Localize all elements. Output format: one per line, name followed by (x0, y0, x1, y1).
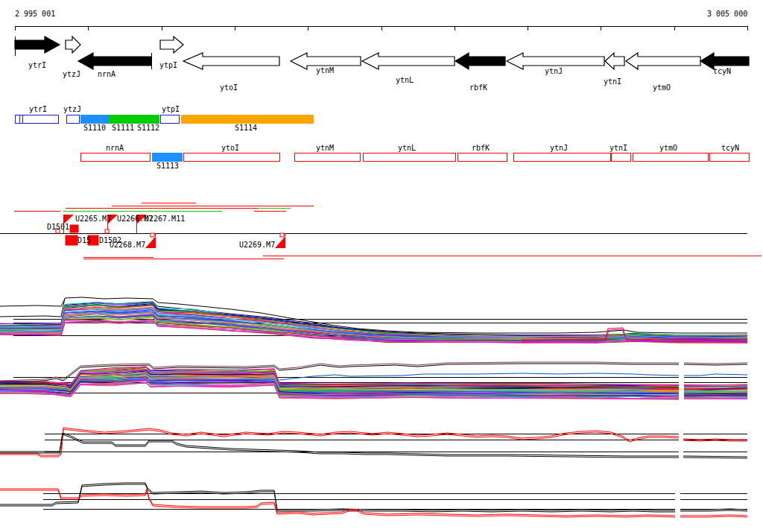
gene-label-tcyN: tcyN (713, 68, 731, 75)
gene-arrow-ytmO[interactable] (626, 53, 700, 69)
annotation-label-U2265.M7: U2265.M7 (75, 215, 111, 223)
row2-segment-nrnA[interactable] (80, 153, 151, 162)
row2-segment-rbfK[interactable] (458, 153, 507, 162)
segment-label-ytzJ: ytzJ (63, 106, 81, 113)
segment-label-ytmO: ytmO (659, 145, 677, 152)
gene-label-ytpI: ytpI (159, 62, 177, 69)
segment-label-ytnM: ytnM (316, 145, 334, 152)
gene-label-ytnI: ytnI (604, 78, 621, 86)
flag-pennant (145, 236, 156, 248)
flag-pennant (275, 236, 285, 248)
annotation-label-D15: D15 (77, 237, 91, 244)
row2-segment-ytnM[interactable] (294, 153, 361, 162)
missing-data-gap (675, 474, 680, 532)
series-line (279, 373, 747, 380)
gene-arrow-rbfK[interactable] (455, 53, 505, 69)
gene-label-ytoI: ytoI (220, 84, 238, 92)
gene-arrow-ytnI[interactable] (605, 53, 624, 69)
segment-label-nrnA: nrnA (106, 145, 124, 152)
segment-label-S1110: S1110 (83, 124, 106, 132)
gene-arrow-ytnL[interactable] (362, 53, 455, 69)
series-line (0, 433, 747, 457)
gene-arrow-shape (15, 37, 60, 53)
segment-label-S1112: S1112 (137, 124, 159, 132)
row2-segment-ytmO[interactable] (633, 153, 709, 162)
gene-label-ytnL: ytnL (396, 77, 414, 84)
flag-anchor (280, 233, 284, 237)
segment-divider (22, 115, 23, 123)
annotation-label-D1501: D1501 (47, 224, 69, 231)
gene-arrow-ytoI[interactable] (183, 53, 279, 69)
segment-label-ytoI: ytoI (221, 145, 239, 152)
probe-flag-U2268.M7[interactable] (145, 233, 156, 248)
gene-label-ytnM: ytnM (316, 67, 334, 75)
row2-segment-tcyN[interactable] (709, 153, 750, 162)
segment-label-ytnL: ytnL (398, 145, 416, 152)
row2-segment-ytnJ[interactable] (513, 153, 611, 162)
row1-segment-S1111-S1112[interactable] (109, 115, 159, 124)
gene-arrow-shape (605, 53, 624, 69)
missing-data-gap (679, 414, 683, 469)
segment-divider (19, 115, 20, 123)
gene-arrow-shape (160, 37, 183, 53)
row1-segment-ytzJ[interactable] (66, 115, 80, 124)
segment-label-ytnJ: ytnJ (550, 145, 568, 152)
probe-flag-U2269.M7[interactable] (275, 233, 285, 248)
annotation-label-U2269.M7: U2269.M7 (239, 241, 275, 249)
gene-arrow-shape (66, 37, 80, 53)
series-line (0, 484, 747, 512)
segment-label-S1114: S1114 (235, 124, 257, 132)
gene-arrow-ytzJ[interactable] (66, 37, 80, 53)
filled-marker[interactable] (66, 235, 77, 245)
gene-arrow-shape (626, 53, 700, 69)
series-line (0, 297, 747, 333)
segment-label-ytrI: ytrI (29, 106, 47, 113)
gene-arrow-shape (78, 53, 151, 69)
segment-label-ytpI: ytpI (162, 106, 180, 113)
expression-track-2 (0, 355, 747, 410)
graphics-canvas (0, 0, 763, 532)
probe-annotation-track (0, 203, 762, 259)
row1-segment-ytpI[interactable] (160, 115, 180, 124)
segment-label-S1111: S1111 (112, 124, 134, 132)
segment-label-tcyN: tcyN (721, 145, 739, 152)
open-marker[interactable] (105, 229, 109, 233)
row2-segment-S1113[interactable] (152, 153, 183, 162)
gene-arrow-ytrI[interactable] (15, 37, 60, 56)
row1-segment-S1110[interactable] (80, 115, 109, 124)
row2-segment-ytnL[interactable] (363, 153, 456, 162)
segment-label-S1113: S1113 (156, 162, 179, 170)
expression-track-3 (0, 414, 747, 469)
annotation-label-U2267.M11: U2267.M11 (145, 215, 185, 223)
gene-label-ytrI: ytrI (28, 62, 46, 69)
expression-track-4 (0, 474, 747, 532)
gene-arrow-ytpI[interactable] (160, 37, 183, 53)
segment-label-ytnI: ytnI (610, 145, 627, 152)
annotation-label-U2268.M7: U2268.M7 (110, 241, 145, 249)
gene-label-rbfK: rbfK (469, 84, 487, 92)
gene-arrow-shape (183, 53, 279, 69)
filled-marker[interactable] (70, 225, 78, 232)
flag-anchor (151, 233, 154, 237)
series-line (0, 489, 747, 516)
gene-label-nrnA: nrnA (98, 71, 115, 78)
ruler (15, 26, 748, 31)
expression-track-1 (0, 297, 747, 343)
row1-segment-ytrI[interactable] (15, 115, 59, 124)
missing-data-gap (679, 355, 684, 410)
gene-label-ytzJ: ytzJ (63, 71, 80, 78)
gene-arrow-shape (455, 53, 505, 69)
series-line (0, 483, 747, 510)
gene-arrow-nrnA[interactable] (78, 53, 152, 69)
series-line (0, 434, 747, 458)
gene-label-ytnJ: ytnJ (545, 68, 563, 75)
gene-label-ytmO: ytmO (653, 84, 671, 92)
segment-label-rbfK: rbfK (472, 145, 490, 152)
gene-arrow-shape (362, 53, 455, 69)
series-line (0, 428, 747, 455)
row1-segment-S1114[interactable] (181, 115, 314, 124)
genome-browser: 2 995 001 3 005 000 ytrIytzJnrnAytpIytoI… (0, 0, 763, 532)
row2-segment-ytoI[interactable] (183, 153, 280, 162)
row2-segment-ytnI[interactable] (611, 153, 631, 162)
series-line (0, 299, 65, 306)
